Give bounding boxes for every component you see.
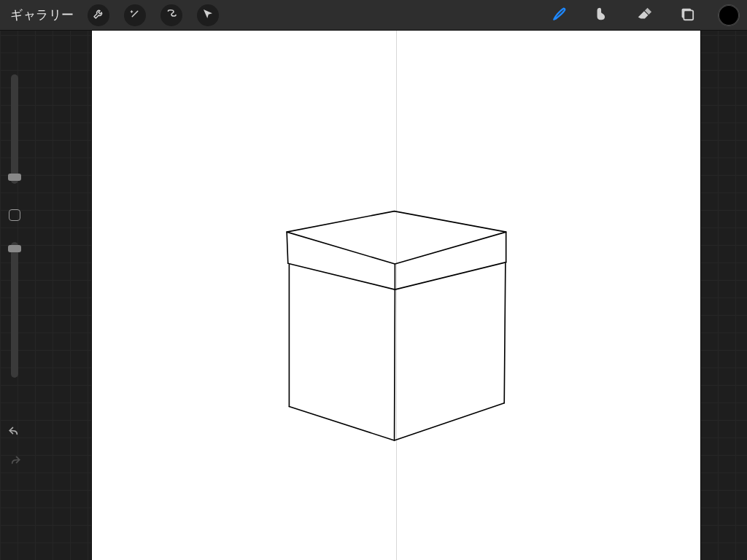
- brush-size-thumb[interactable]: [8, 174, 21, 181]
- smudge-button[interactable]: [591, 4, 613, 26]
- actions-button[interactable]: [88, 4, 109, 26]
- brush-button[interactable]: [549, 4, 570, 26]
- left-sidebar: [0, 31, 29, 560]
- top-toolbar: ギャラリー: [0, 0, 747, 31]
- undo-redo-group: [5, 424, 24, 472]
- wrench-icon: [92, 7, 105, 23]
- opacity-thumb[interactable]: [8, 245, 21, 252]
- square-icon: [9, 209, 20, 221]
- undo-icon: [7, 425, 22, 443]
- gallery-button[interactable]: ギャラリー: [6, 4, 79, 26]
- svg-rect-1: [684, 10, 693, 20]
- wand-icon: [128, 7, 142, 23]
- redo-button[interactable]: [5, 454, 24, 472]
- smudge-icon: [594, 6, 610, 25]
- adjustments-button[interactable]: [124, 4, 146, 26]
- toolbar-left-group: [88, 4, 233, 26]
- undo-button[interactable]: [5, 424, 24, 443]
- color-swatch-icon: [719, 5, 739, 26]
- toolbar-right-group: [549, 4, 740, 26]
- eraser-icon: [636, 6, 652, 25]
- layers-button[interactable]: [676, 4, 697, 26]
- redo-icon: [7, 454, 22, 472]
- opacity-slider[interactable]: [11, 242, 18, 378]
- color-button[interactable]: [718, 4, 740, 26]
- selection-button[interactable]: [160, 4, 182, 26]
- brush-size-slider[interactable]: [11, 74, 18, 184]
- canvas[interactable]: [92, 31, 700, 560]
- arrow-icon: [201, 7, 214, 23]
- canvas-wrap: [92, 31, 700, 560]
- modify-button[interactable]: [7, 207, 23, 223]
- layers-icon: [678, 6, 694, 25]
- brush-icon: [551, 6, 568, 25]
- canvas-drawing: [92, 31, 700, 560]
- select-icon: [165, 7, 178, 23]
- eraser-button[interactable]: [633, 4, 655, 26]
- transform-button[interactable]: [197, 4, 219, 26]
- app-root: ギャラリー: [0, 0, 747, 560]
